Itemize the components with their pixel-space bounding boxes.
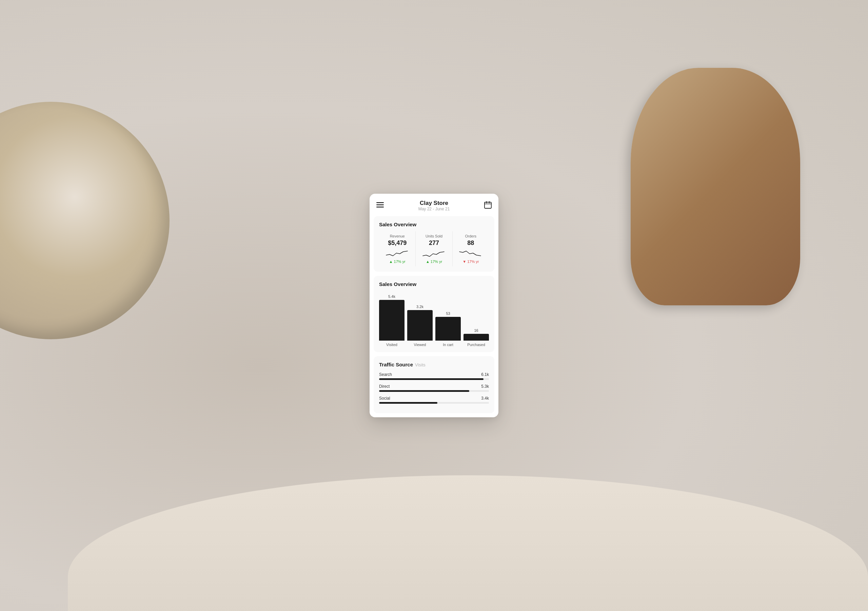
bg-bowl-decoration [0,102,169,339]
header-title-block: Clay Store May 22 - June 21 [384,200,484,211]
bar-visited-bar [379,300,405,340]
traffic-direct-value: 5.3k [481,384,489,389]
bar-visited: 5.4k Visited [379,294,405,347]
traffic-item-search: Search 6.1k [379,372,489,380]
bar-viewed-bottom: Viewed [414,343,426,347]
traffic-header: Traffic Source Visits [379,362,489,367]
orders-label: Orders [456,234,485,238]
traffic-social-track [379,402,489,404]
traffic-social-label: Social [379,396,390,401]
traffic-item-direct: Direct 5.3k [379,384,489,392]
revenue-label: Revenue [383,234,412,238]
traffic-tab-visits[interactable]: Visits [415,362,426,367]
bar-viewed-bar [407,310,432,340]
bg-table-decoration [68,475,868,611]
traffic-direct-label: Direct [379,384,390,389]
revenue-sparkline [383,248,412,258]
traffic-tab-active[interactable]: Traffic Source [379,362,413,367]
traffic-search-label: Search [379,372,392,377]
orders-value: 88 [456,239,485,247]
metrics-row: Revenue $5,479 17% yr Units Sold 277 [379,232,489,266]
svg-rect-3 [485,202,491,208]
menu-icon[interactable] [377,202,384,209]
svg-rect-1 [377,204,384,205]
bar-incart-bottom: In cart [443,343,453,347]
bar-viewed: 3.2k Viewed [407,305,432,347]
orders-metric: Orders 88 17% yr [453,232,489,266]
units-sold-sparkline [419,248,449,258]
revenue-metric: Revenue $5,479 17% yr [379,232,416,266]
app-header: Clay Store May 22 - June 21 [370,194,498,216]
svg-rect-0 [377,202,384,203]
traffic-search-fill [379,378,484,380]
units-sold-change: 17% yr [419,260,449,264]
bar-visited-bottom: Visited [386,343,397,347]
orders-change: 17% yr [456,260,485,264]
bar-incart: 53 In cart [436,311,461,347]
svg-rect-2 [377,207,384,208]
traffic-direct-fill [379,390,469,392]
bar-purchased-bar [463,334,489,340]
units-sold-label: Units Sold [419,234,449,238]
calendar-icon[interactable] [484,201,491,210]
phone-card: Clay Store May 22 - June 21 Sales Overvi… [370,194,498,417]
traffic-search-value: 6.1k [481,372,489,377]
store-name: Clay Store [384,200,484,207]
bar-chart-title: Sales Overview [379,281,489,287]
traffic-social-header: Social 3.4k [379,396,489,401]
traffic-item-social: Social 3.4k [379,396,489,404]
bar-viewed-top: 3.2k [416,305,423,309]
traffic-social-value: 3.4k [481,396,489,401]
traffic-direct-header: Direct 5.3k [379,384,489,389]
sales-overview-title: Sales Overview [379,222,489,227]
traffic-direct-track [379,390,489,392]
traffic-source-section: Traffic Source Visits Search 6.1k Direct… [374,356,494,413]
traffic-search-track [379,378,489,380]
date-range: May 22 - June 21 [384,207,484,211]
traffic-search-header: Search 6.1k [379,372,489,377]
bar-visited-top: 5.4k [388,294,395,299]
bar-incart-bar [436,317,461,340]
traffic-social-fill [379,402,437,404]
bar-purchased: 16 Purchased [463,328,489,347]
bar-incart-top: 53 [446,311,450,316]
bar-chart: 5.4k Visited 3.2k Viewed 53 In cart 16 P… [379,291,489,347]
revenue-change: 17% yr [383,260,412,264]
units-sold-value: 277 [419,239,449,247]
bar-chart-section: Sales Overview 5.4k Visited 3.2k Viewed … [374,276,494,352]
bg-chair-decoration [631,68,800,305]
bar-purchased-bottom: Purchased [467,343,485,347]
bar-purchased-top: 16 [474,328,478,333]
sales-overview-section: Sales Overview Revenue $5,479 17% yr Uni… [374,216,494,272]
revenue-value: $5,479 [383,239,412,247]
units-sold-metric: Units Sold 277 17% yr [416,232,452,266]
orders-sparkline [456,248,485,258]
